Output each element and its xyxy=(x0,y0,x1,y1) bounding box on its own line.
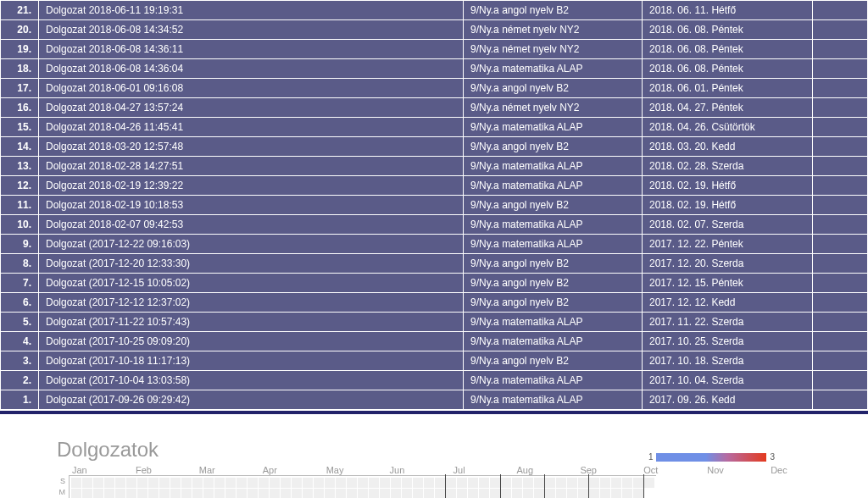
table-row[interactable]: 12.Dolgozat 2018-02-19 12:39:229/Ny.a ma… xyxy=(1,176,867,195)
heatmap-cell[interactable] xyxy=(622,489,632,498)
heatmap-cell[interactable] xyxy=(523,478,533,488)
heatmap-cell[interactable] xyxy=(622,478,632,488)
heatmap-cell[interactable] xyxy=(600,478,610,488)
table-row[interactable]: 13.Dolgozat 2018-02-28 14:27:519/Ny.a ma… xyxy=(1,157,867,175)
heatmap-cell[interactable] xyxy=(148,489,159,498)
heatmap-cell[interactable] xyxy=(336,489,346,498)
heatmap-cell[interactable] xyxy=(281,478,291,488)
heatmap-cell[interactable] xyxy=(369,489,379,498)
heatmap-cell[interactable] xyxy=(236,489,247,498)
heatmap-cell[interactable] xyxy=(336,478,346,488)
heatmap-cell[interactable] xyxy=(71,489,81,498)
heatmap-cell[interactable] xyxy=(501,489,511,498)
heatmap-cell[interactable] xyxy=(137,489,147,498)
table-row[interactable]: 18.Dolgozat 2018-06-08 14:36:049/Ny.a ma… xyxy=(1,59,867,78)
heatmap-cell[interactable] xyxy=(358,489,368,498)
heatmap-cell[interactable] xyxy=(347,489,357,498)
table-row[interactable]: 4.Dolgozat (2017-10-25 09:09:20)9/Ny.a m… xyxy=(1,332,867,351)
heatmap-cell[interactable] xyxy=(248,489,258,498)
heatmap-cell[interactable] xyxy=(236,478,247,488)
heatmap-cell[interactable] xyxy=(82,478,92,488)
table-row[interactable]: 21.Dolgozat 2018-06-11 19:19:319/Ny.a an… xyxy=(1,1,867,19)
heatmap-cell[interactable] xyxy=(457,478,467,488)
heatmap-cell[interactable] xyxy=(589,489,599,498)
heatmap-cell[interactable] xyxy=(148,478,159,488)
heatmap-cell[interactable] xyxy=(314,478,324,488)
table-row[interactable]: 17.Dolgozat 2018-06-01 09:16:089/Ny.a an… xyxy=(1,79,867,97)
heatmap-cell[interactable] xyxy=(589,478,599,488)
heatmap-cell[interactable] xyxy=(578,478,588,488)
heatmap-cell[interactable] xyxy=(435,478,445,488)
heatmap-cell[interactable] xyxy=(93,489,103,498)
heatmap-cell[interactable] xyxy=(534,478,544,488)
heatmap-cell[interactable] xyxy=(380,478,390,488)
heatmap-cell[interactable] xyxy=(567,489,577,498)
heatmap-cell[interactable] xyxy=(512,478,522,488)
heatmap-cell[interactable] xyxy=(159,478,170,488)
heatmap-cell[interactable] xyxy=(115,489,125,498)
heatmap-cell[interactable] xyxy=(512,489,522,498)
heatmap-cell[interactable] xyxy=(391,489,401,498)
heatmap-cell[interactable] xyxy=(490,489,500,498)
heatmap-cell[interactable] xyxy=(126,478,136,488)
heatmap-cell[interactable] xyxy=(490,478,500,488)
heatmap-cell[interactable] xyxy=(369,478,379,488)
heatmap-cell[interactable] xyxy=(479,478,489,488)
table-row[interactable]: 8.Dolgozat (2017-12-20 12:33:30)9/Ny.a a… xyxy=(1,254,867,273)
table-row[interactable]: 3.Dolgozat (2017-10-18 11:17:13)9/Ny.a a… xyxy=(1,351,867,370)
heatmap-cell[interactable] xyxy=(203,478,214,488)
heatmap-cell[interactable] xyxy=(446,489,456,498)
heatmap-cell[interactable] xyxy=(567,478,577,488)
table-row[interactable]: 6.Dolgozat (2017-12-12 12:37:02)9/Ny.a a… xyxy=(1,293,867,312)
heatmap-cell[interactable] xyxy=(325,478,335,488)
heatmap-cell[interactable] xyxy=(104,489,114,498)
table-row[interactable]: 9.Dolgozat (2017-12-22 09:16:03)9/Ny.a m… xyxy=(1,235,867,253)
table-row[interactable]: 2.Dolgozat (2017-10-04 13:03:58)9/Ny.a m… xyxy=(1,371,867,390)
table-row[interactable]: 7.Dolgozat (2017-12-15 10:05:02)9/Ny.a a… xyxy=(1,274,867,292)
heatmap-cell[interactable] xyxy=(358,478,368,488)
heatmap-cell[interactable] xyxy=(424,478,434,488)
table-row[interactable]: 14.Dolgozat 2018-03-20 12:57:489/Ny.a an… xyxy=(1,137,867,156)
heatmap-cell[interactable] xyxy=(281,489,291,498)
heatmap-cell[interactable] xyxy=(402,478,412,488)
table-row[interactable]: 5.Dolgozat (2017-11-22 10:57:43)9/Ny.a m… xyxy=(1,313,867,331)
heatmap-cell[interactable] xyxy=(644,489,654,498)
heatmap-cell[interactable] xyxy=(181,478,192,488)
heatmap-cell[interactable] xyxy=(501,478,511,488)
heatmap-cell[interactable] xyxy=(259,478,269,488)
heatmap-cell[interactable] xyxy=(170,489,181,498)
heatmap-cell[interactable] xyxy=(270,478,280,488)
table-row[interactable]: 11.Dolgozat 2018-02-19 10:18:539/Ny.a an… xyxy=(1,196,867,214)
heatmap-cell[interactable] xyxy=(126,489,136,498)
heatmap-cell[interactable] xyxy=(259,489,269,498)
heatmap-cell[interactable] xyxy=(104,478,114,488)
heatmap-cell[interactable] xyxy=(457,489,467,498)
heatmap-cell[interactable] xyxy=(314,489,324,498)
heatmap-cell[interactable] xyxy=(479,489,489,498)
heatmap-cell[interactable] xyxy=(556,489,566,498)
heatmap-cell[interactable] xyxy=(225,489,236,498)
heatmap-cell[interactable] xyxy=(159,489,170,498)
heatmap-cell[interactable] xyxy=(644,478,654,488)
heatmap-cell[interactable] xyxy=(93,478,103,488)
heatmap-cell[interactable] xyxy=(303,478,313,488)
heatmap-cell[interactable] xyxy=(545,489,555,498)
heatmap-cell[interactable] xyxy=(391,478,401,488)
heatmap-cell[interactable] xyxy=(71,478,81,488)
heatmap-cell[interactable] xyxy=(435,489,445,498)
table-row[interactable]: 20.Dolgozat 2018-06-08 14:34:529/Ny.a né… xyxy=(1,20,867,39)
heatmap-cell[interactable] xyxy=(402,489,412,498)
heatmap-cell[interactable] xyxy=(413,489,423,498)
heatmap-cell[interactable] xyxy=(600,489,610,498)
heatmap-cell[interactable] xyxy=(292,489,302,498)
heatmap-cell[interactable] xyxy=(270,489,280,498)
heatmap-cell[interactable] xyxy=(424,489,434,498)
heatmap-cell[interactable] xyxy=(181,489,192,498)
table-row[interactable]: 1.Dolgozat (2017-09-26 09:29:42)9/Ny.a m… xyxy=(1,390,867,409)
heatmap-cell[interactable] xyxy=(578,489,588,498)
heatmap-cell[interactable] xyxy=(115,478,125,488)
heatmap-cell[interactable] xyxy=(534,489,544,498)
heatmap-cell[interactable] xyxy=(325,489,335,498)
heatmap-cell[interactable] xyxy=(292,478,302,488)
heatmap-cell[interactable] xyxy=(192,489,203,498)
